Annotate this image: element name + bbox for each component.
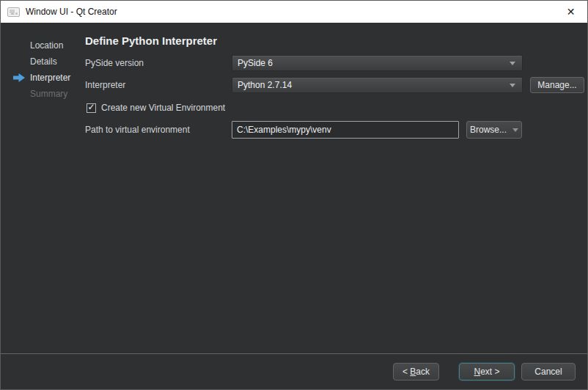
current-step-arrow-icon bbox=[13, 73, 25, 82]
chevron-down-icon bbox=[510, 84, 515, 87]
wizard-steps-sidebar: Location Details Interpreter Summary bbox=[1, 23, 85, 353]
pyside-version-select[interactable]: PySide 6 bbox=[232, 55, 523, 71]
step-summary: Summary bbox=[1, 86, 85, 102]
create-venv-checkbox-row[interactable]: ✓ Create new Virtual Environment bbox=[85, 103, 587, 113]
step-details-label: Details bbox=[30, 56, 57, 67]
window-icon bbox=[7, 7, 20, 17]
interpreter-label: Interpreter bbox=[85, 80, 232, 90]
pyside-version-value: PySide 6 bbox=[232, 58, 510, 68]
step-interpreter: Interpreter bbox=[1, 70, 85, 86]
next-button[interactable]: Next > bbox=[459, 363, 515, 380]
chevron-down-icon bbox=[512, 128, 518, 132]
step-location-label: Location bbox=[30, 40, 63, 51]
next-button-label: Next > bbox=[474, 367, 499, 377]
browse-button-label: Browse... bbox=[470, 125, 507, 135]
back-button[interactable]: < Back bbox=[393, 363, 439, 380]
pyside-version-row: PySide version PySide 6 bbox=[85, 55, 587, 71]
step-interpreter-label: Interpreter bbox=[30, 73, 70, 83]
dialog-body: Location Details Interpreter Summary Def… bbox=[1, 23, 587, 353]
cancel-button-label: Cancel bbox=[534, 367, 562, 377]
step-location: Location bbox=[1, 37, 85, 54]
chevron-down-icon bbox=[510, 62, 515, 65]
venv-path-label: Path to virtual environment bbox=[85, 125, 232, 135]
close-button[interactable]: ✕ bbox=[554, 1, 587, 23]
cancel-button[interactable]: Cancel bbox=[521, 363, 576, 380]
back-button-label: < Back bbox=[403, 367, 430, 377]
close-icon: ✕ bbox=[567, 6, 576, 18]
browse-button[interactable]: Browse... bbox=[466, 121, 522, 139]
manage-button-label: Manage... bbox=[537, 80, 576, 90]
step-summary-label: Summary bbox=[30, 89, 67, 99]
pyside-version-label: PySide version bbox=[85, 58, 232, 68]
wizard-dialog: Window UI - Qt Creator ✕ Location Detail… bbox=[0, 0, 588, 390]
venv-path-input[interactable] bbox=[232, 121, 459, 139]
create-venv-label: Create new Virtual Environment bbox=[101, 103, 225, 113]
step-details: Details bbox=[1, 54, 85, 70]
venv-path-row: Path to virtual environment Browse... bbox=[85, 121, 587, 139]
interpreter-select[interactable]: Python 2.7.14 bbox=[232, 77, 523, 93]
manage-button[interactable]: Manage... bbox=[530, 77, 584, 93]
interpreter-row: Interpreter Python 2.7.14 Manage... bbox=[85, 77, 587, 93]
create-venv-checkbox[interactable]: ✓ bbox=[87, 103, 96, 113]
interpreter-value: Python 2.7.14 bbox=[232, 80, 510, 90]
page-title: Define Python Interpreter bbox=[85, 34, 587, 48]
titlebar: Window UI - Qt Creator ✕ bbox=[1, 1, 587, 23]
window-title: Window UI - Qt Creator bbox=[26, 7, 117, 17]
wizard-page-content: Define Python Interpreter PySide version… bbox=[85, 23, 587, 353]
checkmark-icon: ✓ bbox=[87, 103, 95, 111]
footer-button-row: < Back Next > Cancel bbox=[1, 354, 587, 389]
